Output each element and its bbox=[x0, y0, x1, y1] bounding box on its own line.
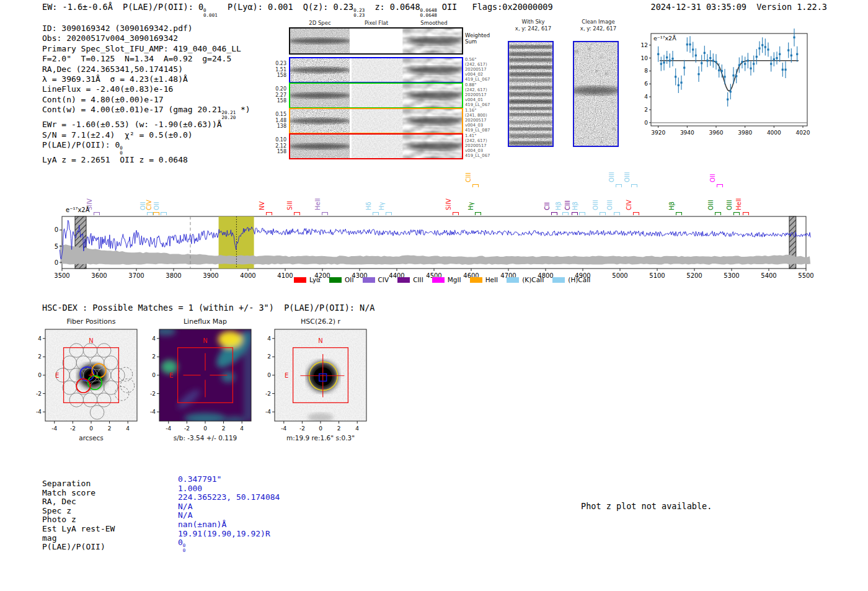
spectrum-x-tick: 5100 bbox=[649, 272, 665, 279]
with-sky-bitmap bbox=[509, 42, 552, 146]
cutout-title: Lineflux Map bbox=[184, 318, 227, 326]
legend-label: Lyα bbox=[309, 276, 321, 283]
match-row-value: 0.347791" bbox=[178, 475, 280, 484]
with-sky-image bbox=[508, 41, 554, 147]
spectrum-x-tick: 5400 bbox=[761, 272, 776, 279]
cutout-y-tick: -4 bbox=[150, 409, 156, 415]
cutout-x-tick: 0 bbox=[203, 425, 207, 432]
legend-swatch bbox=[329, 277, 342, 283]
cutout-y-tick: -2 bbox=[36, 391, 42, 397]
north-label: N bbox=[318, 337, 322, 344]
weighted-sum-label: Weighted Sum bbox=[465, 32, 490, 45]
line-marker-bracket bbox=[472, 184, 479, 187]
cutout-x-tick: -2 bbox=[184, 425, 190, 432]
info-line-11: P(LAE)/P(OII): 000 bbox=[42, 140, 250, 155]
fiber-positions-cutout: Fiber Positions-4-4-2-2002244NEarcsecs bbox=[24, 314, 138, 445]
cutout-y-tick: -4 bbox=[36, 409, 42, 415]
match-row-label: Photo z bbox=[42, 515, 115, 525]
cutout-y-tick: 2 bbox=[152, 353, 156, 360]
east-label: E bbox=[285, 372, 288, 379]
zoom-y-tick: 12 bbox=[641, 42, 648, 48]
zoom-x-tick: 4020 bbox=[796, 130, 810, 136]
north-label: N bbox=[203, 337, 207, 344]
spec2d-row-meta: 0.88" (242, 617) 20200517 v004_01 419_LL… bbox=[465, 83, 501, 108]
spec2d-row-image bbox=[290, 84, 462, 107]
zoom-units-label: e⁻¹⁷x2Å bbox=[653, 35, 676, 42]
info-line-10: S/N = 7.1(±2.4) χ² = 0.5(±0.0) bbox=[42, 130, 250, 140]
legend-label: HeII bbox=[485, 276, 498, 283]
east-label: E bbox=[55, 372, 59, 379]
spec2d-row-weights: 0.15 1.48 138 bbox=[273, 112, 286, 130]
sup-sub-value: 00 bbox=[183, 543, 186, 553]
match-row-label: Spec z bbox=[42, 507, 115, 516]
spectrum-x-tick: 4100 bbox=[277, 272, 293, 279]
match-table-labels: SeparationMatch scoreRA, DecSpec zPhoto … bbox=[42, 479, 115, 552]
match-row-label: Match score bbox=[42, 489, 115, 498]
match-row-label: P(LAE)/P(OII) bbox=[42, 543, 115, 552]
spectrum-x-tick: 3500 bbox=[55, 272, 70, 279]
legend-item: (H)CaII bbox=[552, 276, 590, 283]
spectrum-y-tick: 0 bbox=[55, 259, 58, 266]
legend-swatch bbox=[294, 277, 306, 283]
spec2d-col-header: 2D Spec bbox=[295, 20, 345, 26]
line-marker-label: CIII bbox=[465, 172, 472, 182]
match-row-value: N/A bbox=[178, 511, 280, 520]
spectrum-units-label: e⁻¹⁷x2Å bbox=[66, 207, 90, 213]
cutout-y-tick: 2 bbox=[38, 353, 42, 360]
legend-swatch bbox=[552, 277, 565, 283]
spec2d-row-image bbox=[290, 29, 462, 53]
zoom-x-tick: 3980 bbox=[738, 130, 752, 136]
sup-sub-value: 20.2120.20 bbox=[222, 110, 236, 120]
cutout-y-tick: -2 bbox=[150, 391, 156, 397]
spec2d-row-meta: 0.56" (242, 617) 20200517 v004_02 419_LL… bbox=[465, 58, 501, 82]
spectrum-x-tick: 5000 bbox=[612, 272, 627, 279]
match-row-value: N/A bbox=[178, 502, 280, 512]
legend-item: Lyα bbox=[294, 276, 321, 283]
cutout-y-tick: 0 bbox=[152, 372, 156, 378]
spectrum-x-tick: 5200 bbox=[686, 272, 702, 279]
spectrum-x-tick: 3700 bbox=[128, 272, 144, 279]
line-marker-bracket bbox=[631, 184, 637, 187]
match-row-value: 19.91(19.90,19.92)R bbox=[178, 530, 280, 539]
info-line-0: ID: 3090169342 (3090169342.pdf) bbox=[42, 24, 250, 33]
cutout-x-tick: -4 bbox=[166, 425, 171, 432]
info-line-5: λ = 3969.31Å σ = 4.23(±1.48)Å bbox=[42, 74, 250, 84]
spec2d-row-weights: 0.10 2.12 158 bbox=[273, 137, 286, 155]
header-stats: EW: -1.6±-0.6Å P(LAE)/P(OII): 000.001 P(… bbox=[42, 2, 553, 17]
zoom-x-tick: 4000 bbox=[767, 130, 781, 136]
north-label: N bbox=[89, 337, 93, 344]
cutout-xlabel: arcsecs bbox=[79, 434, 103, 442]
cutout-y-tick: 0 bbox=[267, 372, 271, 378]
clean-image-bitmap bbox=[574, 42, 618, 146]
sup-sub-value: 00.001 bbox=[203, 8, 218, 17]
lineflux-map-svg: Lineflux Map-4-4-2-2002244NEs/b: -3.54 +… bbox=[138, 314, 252, 445]
info-line-4: RA,Dec (224.365341,50.174145) bbox=[42, 64, 250, 74]
zoom-x-tick: 3960 bbox=[709, 130, 724, 136]
spec2d-panel: 2D SpecPixel FlatSmoothed Weighted Sum 0… bbox=[273, 17, 502, 161]
cutout-x-tick: -4 bbox=[51, 425, 57, 432]
detection-info-block: ID: 3090169342 (3090169342.pdf)Obs: 2020… bbox=[42, 24, 250, 166]
cutout-x-tick: -2 bbox=[70, 425, 76, 432]
legend-item: (K)CaII bbox=[507, 276, 544, 283]
spec2d-row-meta: 1.41" (242, 617) 20200517 v004_03 419_LL… bbox=[465, 134, 501, 159]
spectrum-x-tick: 3900 bbox=[203, 272, 218, 279]
legend-label: MgII bbox=[448, 276, 461, 283]
lineflux-map-cutout: Lineflux Map-4-4-2-2002244NEs/b: -3.54 +… bbox=[138, 314, 252, 445]
info-line-9: EWr = -1.60(±0.53) (w: -1.90(±0.63))Å bbox=[42, 120, 250, 130]
cutout-x-tick: 2 bbox=[108, 425, 112, 432]
cutout-title: HSC(26.2) r bbox=[301, 318, 341, 326]
zoom-y-tick: 10 bbox=[641, 55, 649, 61]
spectrum-x-tick: 3600 bbox=[91, 272, 107, 279]
spectrum-x-tick: 4000 bbox=[240, 272, 255, 279]
east-label: E bbox=[169, 372, 173, 379]
cutout-y-tick: 2 bbox=[267, 353, 271, 360]
line-marker-label: OII bbox=[709, 174, 716, 182]
spectrum-y-tick: 10 bbox=[55, 226, 58, 233]
hsc-cutout: HSC(26.2) r-4-4-2-2002244NEm:19.9 re:1.6… bbox=[253, 314, 368, 445]
elixer-report-page: EW: -1.6±-0.6Å P(LAE)/P(OII): 000.001 P(… bbox=[0, 0, 868, 591]
match-table-values: 0.347791"1.000224.365223, 50.174084N/AN/… bbox=[178, 475, 280, 553]
match-row-value: nan(±nan)Å bbox=[178, 520, 280, 530]
legend-label: OII bbox=[345, 276, 353, 283]
cutout-y-tick: -4 bbox=[265, 409, 271, 415]
spec2d-row-1 bbox=[289, 57, 463, 83]
